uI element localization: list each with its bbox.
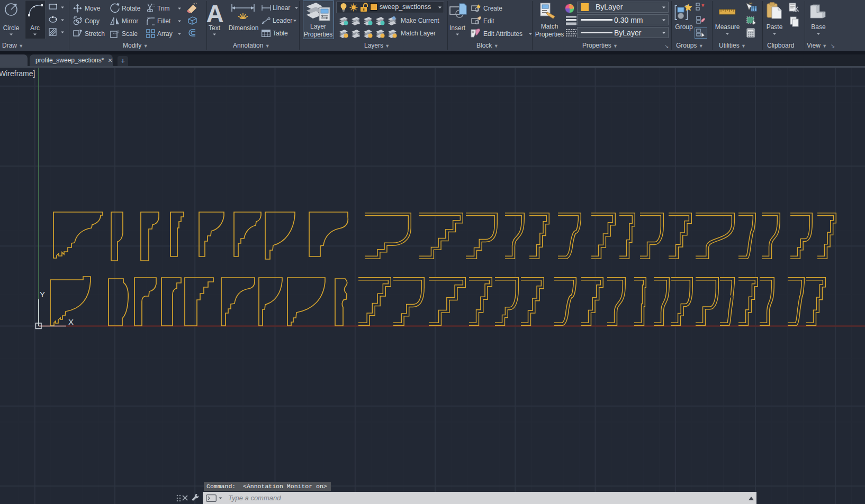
svg-text:X: X (68, 317, 74, 326)
svg-text:Y: Y (40, 290, 45, 299)
